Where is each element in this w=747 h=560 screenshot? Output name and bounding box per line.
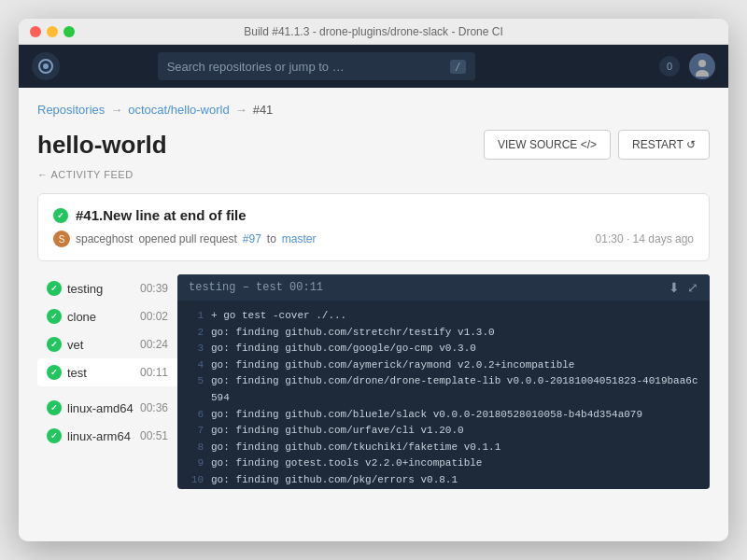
build-card: #41.New line at end of file S spaceghost… <box>37 193 710 261</box>
breadcrumb-arrow-1: → <box>110 103 122 117</box>
step-check-icon <box>47 365 62 380</box>
view-source-button[interactable]: VIEW SOURCE </> <box>484 130 611 160</box>
main-content: Repositories → octocat/hello-world → #41… <box>19 88 728 541</box>
line-number: 4 <box>187 357 204 374</box>
log-line: 1 + go test -cover ./... <box>187 308 700 325</box>
activity-feed-link[interactable]: ← ACTIVITY FEED <box>37 169 710 180</box>
svg-point-1 <box>43 63 49 69</box>
step-name: clone <box>67 310 96 324</box>
step-item-test[interactable]: test 00:11 <box>37 358 177 386</box>
step-time: 00:24 <box>140 338 168 351</box>
line-number: 9 <box>187 455 204 472</box>
build-number: #41.New line at end of file <box>76 207 247 223</box>
line-content: go: finding github.com/aymerick/raymond … <box>211 357 574 374</box>
author-avatar: S <box>53 231 70 247</box>
drone-logo[interactable] <box>32 52 60 80</box>
build-area: testing 00:39 clone 00:02 vet 00:24 test… <box>37 274 710 489</box>
line-number: 7 <box>187 423 204 440</box>
step-item-testing[interactable]: testing 00:39 <box>37 274 177 302</box>
line-number: 10 <box>187 472 204 489</box>
line-content: go: finding github.com/tkuchiki/faketime… <box>211 440 500 456</box>
branch-link[interactable]: master <box>282 232 317 245</box>
line-content: go: finding github.com/google/go-cmp v0.… <box>211 341 476 357</box>
terminal-sep: – <box>243 281 256 294</box>
maximize-button[interactable] <box>63 26 75 37</box>
step-check-icon <box>47 400 62 415</box>
close-button[interactable] <box>30 26 41 37</box>
window-title: Build #41.1.3 - drone-plugins/drone-slac… <box>244 25 502 38</box>
svg-point-2 <box>698 60 706 67</box>
breadcrumb-repo[interactable]: octocat/hello-world <box>128 103 229 117</box>
build-action: opened pull request <box>138 232 236 245</box>
line-number: 8 <box>187 440 204 456</box>
step-check-icon <box>47 281 62 296</box>
line-number: 3 <box>187 341 204 357</box>
line-content: + go test -cover ./... <box>211 308 346 325</box>
page-title: hello-world <box>37 131 167 160</box>
svg-point-3 <box>696 70 709 77</box>
log-line: 7 go: finding github.com/urfave/cli v1.2… <box>187 423 700 440</box>
search-placeholder: Search repositories or jump to … <box>167 60 443 74</box>
top-navigation: Search repositories or jump to … / 0 <box>19 45 728 88</box>
activity-feed-label: ← ACTIVITY FEED <box>37 169 134 180</box>
terminal: testing – test 00:11 ⬇ ⤢ 1 + go test -co… <box>177 274 710 489</box>
step-time: 00:39 <box>140 282 168 295</box>
line-content: go: finding github.com/bluele/slack v0.0… <box>211 407 642 424</box>
step-left: clone <box>47 309 96 324</box>
log-line: 9 go: finding gotest.tools v2.2.0+incomp… <box>187 455 700 472</box>
to-label: to <box>267 232 276 245</box>
build-status-icon <box>53 208 68 223</box>
step-left: linux-arm64 <box>47 428 131 443</box>
log-line: 10 go: finding github.com/pkg/errors v0.… <box>187 472 700 489</box>
notifications-badge[interactable]: 0 <box>659 56 680 77</box>
breadcrumb-repositories[interactable]: Repositories <box>37 103 105 117</box>
terminal-title: testing – test 00:11 <box>189 281 323 294</box>
terminal-body: 1 + go test -cover ./... 2 go: finding g… <box>177 301 710 489</box>
step-item-vet[interactable]: vet 00:24 <box>37 330 177 358</box>
search-shortcut: / <box>450 60 466 74</box>
download-icon[interactable]: ⬇ <box>669 280 680 295</box>
terminal-header: testing – test 00:11 ⬇ ⤢ <box>177 274 710 301</box>
terminal-actions: ⬇ ⤢ <box>669 280 698 295</box>
line-content: go: finding github.com/pkg/errors v0.8.1 <box>211 472 458 489</box>
log-line: 4 go: finding github.com/aymerick/raymon… <box>187 357 700 374</box>
titlebar: Build #41.1.3 - drone-plugins/drone-slac… <box>19 19 728 45</box>
window-controls <box>30 26 75 37</box>
build-timing: 01:30 · 14 days ago <box>596 232 694 245</box>
breadcrumb-build: #41 <box>253 103 274 117</box>
build-meta: S spaceghost opened pull request #97 to … <box>53 231 317 247</box>
step-time: 00:36 <box>140 401 168 414</box>
step-time: 00:51 <box>140 429 168 442</box>
expand-icon[interactable]: ⤢ <box>687 280 698 295</box>
search-bar[interactable]: Search repositories or jump to … / <box>158 52 475 80</box>
line-content: go: finding github.com/drone/drone-templ… <box>211 373 700 406</box>
author-name: spaceghost <box>76 232 133 245</box>
step-check-icon <box>47 337 62 352</box>
line-number: 2 <box>187 325 204 342</box>
restart-button[interactable]: RESTART ↺ <box>618 130 710 160</box>
step-item-clone[interactable]: clone 00:02 <box>37 302 177 330</box>
line-number: 1 <box>187 308 204 325</box>
pr-link[interactable]: #97 <box>243 232 261 245</box>
step-name: linux-amd64 <box>67 401 134 415</box>
line-number: 5 <box>187 373 204 406</box>
user-avatar[interactable] <box>689 53 715 79</box>
line-number: 6 <box>187 407 204 424</box>
step-time: 00:02 <box>140 310 168 323</box>
steps-list: testing 00:39 clone 00:02 vet 00:24 test… <box>37 274 177 489</box>
line-content: go: finding github.com/stretchr/testify … <box>211 325 495 342</box>
nav-right: 0 <box>659 53 715 79</box>
step-left: testing <box>47 281 103 296</box>
step-name: testing <box>67 282 103 296</box>
build-header: #41.New line at end of file <box>53 207 694 223</box>
page-header: hello-world VIEW SOURCE </> RESTART ↺ <box>37 130 710 160</box>
step-check-icon <box>47 309 62 324</box>
log-line: 2 go: finding github.com/stretchr/testif… <box>187 325 700 342</box>
log-line: 6 go: finding github.com/bluele/slack v0… <box>187 407 700 424</box>
breadcrumb: Repositories → octocat/hello-world → #41 <box>37 103 710 117</box>
minimize-button[interactable] <box>47 26 58 37</box>
header-buttons: VIEW SOURCE </> RESTART ↺ <box>484 130 710 160</box>
step-check-icon <box>47 428 62 443</box>
step-item-linux-arm64[interactable]: linux-arm64 00:51 <box>37 422 177 450</box>
step-item-linux-amd64[interactable]: linux-amd64 00:36 <box>37 394 177 422</box>
